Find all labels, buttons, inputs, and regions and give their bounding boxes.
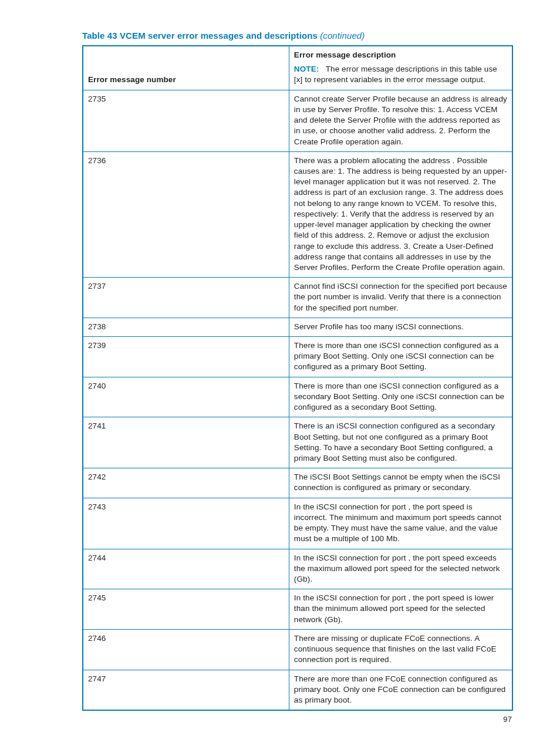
table-row: 2745In the iSCSI connection for port , t… [83, 589, 512, 630]
cell-error-number: 2743 [83, 498, 289, 549]
cell-error-number: 2741 [83, 417, 289, 468]
cell-error-description: In the iSCSI connection for port , the p… [289, 589, 512, 630]
cell-error-number: 2740 [83, 377, 289, 417]
table-row: 2747There are more than one FCoE connect… [83, 670, 512, 710]
table-row: 2739There is more than one iSCSI connect… [83, 337, 512, 377]
cell-error-description: Cannot create Server Profile because an … [289, 90, 512, 151]
table-row: 2735Cannot create Server Profile because… [83, 90, 512, 151]
table-row: 2736There was a problem allocating the a… [83, 151, 512, 277]
cell-error-number: 2737 [83, 278, 289, 318]
table-caption: Table 43 VCEM server error messages and … [82, 31, 513, 40]
cell-error-number: 2736 [83, 151, 289, 277]
cell-error-description: In the iSCSI connection for port , the p… [289, 549, 512, 589]
table-row: 2737Cannot find iSCSI connection for the… [83, 278, 512, 318]
header-error-description: Error message description NOTE: The erro… [289, 46, 512, 90]
cell-error-number: 2738 [83, 318, 289, 336]
table-row: 2743In the iSCSI connection for port , t… [83, 498, 512, 549]
cell-error-number: 2742 [83, 468, 289, 498]
header-desc-note: NOTE: The error message descriptions in … [294, 64, 507, 85]
cell-error-description: There are missing or duplicate FCoE conn… [289, 629, 512, 670]
note-label: NOTE: [294, 65, 319, 73]
cell-error-description: Server Profile has too many iSCSI connec… [289, 318, 512, 336]
cell-error-description: There was a problem allocating the addre… [289, 151, 512, 277]
table-caption-title: Table 43 VCEM server error messages and … [82, 31, 318, 40]
table-body: 2735Cannot create Server Profile because… [83, 90, 512, 710]
cell-error-description: The iSCSI Boot Settings cannot be empty … [289, 468, 512, 498]
table-caption-continued: (continued) [320, 31, 365, 40]
cell-error-description: There is an iSCSI connection configured … [289, 417, 512, 468]
cell-error-number: 2744 [83, 549, 289, 589]
table-row: 2746There are missing or duplicate FCoE … [83, 629, 512, 670]
table-row: 2740There is more than one iSCSI connect… [83, 377, 512, 417]
cell-error-number: 2735 [83, 90, 289, 151]
cell-error-description: There is more than one iSCSI connection … [289, 377, 512, 417]
header-desc-title: Error message description [294, 50, 507, 60]
note-text: The error message descriptions in this t… [294, 65, 497, 84]
table-header-row: Error message number Error message descr… [83, 46, 512, 90]
error-messages-table: Error message number Error message descr… [82, 45, 513, 711]
page-number: 97 [503, 715, 512, 724]
table-row: 2741There is an iSCSI connection configu… [83, 417, 512, 468]
cell-error-description: There are more than one FCoE connection … [289, 670, 512, 710]
cell-error-number: 2746 [83, 629, 289, 670]
table-row: 2742The iSCSI Boot Settings cannot be em… [83, 468, 512, 498]
cell-error-number: 2747 [83, 670, 289, 710]
cell-error-description: There is more than one iSCSI connection … [289, 337, 512, 377]
table-row: 2738Server Profile has too many iSCSI co… [83, 318, 512, 336]
cell-error-number: 2739 [83, 337, 289, 377]
header-error-number: Error message number [83, 46, 289, 90]
table-row: 2744In the iSCSI connection for port , t… [83, 549, 512, 589]
cell-error-description: In the iSCSI connection for port , the p… [289, 498, 512, 549]
cell-error-number: 2745 [83, 589, 289, 630]
cell-error-description: Cannot find iSCSI connection for the spe… [289, 278, 512, 318]
